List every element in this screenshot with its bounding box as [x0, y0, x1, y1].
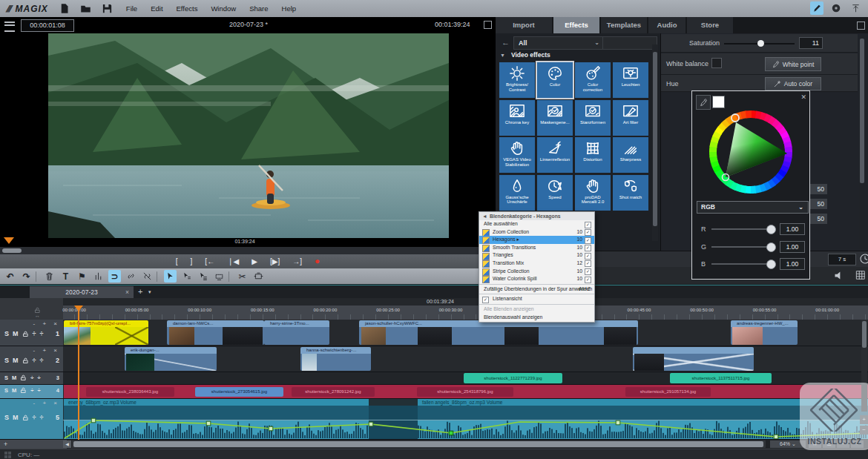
transition-b-icon[interactable]: ÷ — [39, 414, 43, 421]
clock-icon[interactable] — [859, 253, 868, 265]
track-buttons[interactable]: SM÷÷ — [4, 357, 43, 364]
duration-field[interactable]: 7 s — [828, 254, 856, 265]
back-caret-icon[interactable]: ◄ — [482, 212, 487, 220]
transition-a-icon[interactable]: ÷ — [33, 414, 36, 421]
effect-tile-sharpness[interactable]: Sharpness — [613, 137, 648, 173]
lock-icon[interactable] — [20, 374, 27, 381]
menu-edit[interactable]: Edit — [151, 4, 162, 13]
solo-button[interactable]: S — [4, 374, 8, 381]
close-tab-icon[interactable]: × — [125, 286, 129, 299]
menu-item-triangles[interactable]: Triangles10✓ — [479, 251, 594, 260]
effect-tile-linsenreflexion[interactable]: Linsenreflexion — [537, 137, 573, 173]
razor-icon[interactable]: ✂ — [236, 270, 249, 283]
transition-a-icon[interactable]: ÷ — [33, 357, 36, 364]
video-effects-section-header[interactable]: ▼Video effects — [500, 51, 550, 59]
lock-icon[interactable] — [22, 331, 29, 337]
magnet-icon[interactable]: ⊃ — [108, 270, 121, 283]
checkbox-icon[interactable]: ✓ — [585, 260, 591, 267]
scrub-thumb[interactable] — [2, 248, 22, 253]
menu-item-show-all[interactable]: Alle Blenden anzeigen — [479, 306, 594, 314]
current-timecode[interactable]: 00:00:01:08 — [21, 19, 74, 32]
text-icon[interactable]: T — [59, 270, 72, 283]
track-2-content[interactable]: erik-dungan-...hanna-schwichtenberg-... — [63, 346, 868, 372]
undock-pool-icon[interactable] — [857, 22, 865, 30]
mute-button[interactable]: M — [12, 374, 16, 381]
effect-tile-stanzformen[interactable]: Stanzformen — [575, 100, 611, 136]
record-button[interactable]: ● — [315, 254, 320, 268]
lock-icon[interactable] — [22, 415, 29, 421]
track-mini-controls[interactable]: - + × — [33, 400, 60, 406]
track-1-content[interactable]: bill-fairs-757m0zp)(QxI-unspl...damon-la… — [63, 320, 868, 346]
video-preview[interactable] — [48, 33, 449, 238]
transition-b-icon[interactable]: ÷ — [39, 357, 43, 364]
track-4-header[interactable]: SM÷÷4 — [0, 385, 63, 399]
channel-slider[interactable] — [711, 263, 772, 265]
effect-tile-speed[interactable]: Speed — [537, 175, 573, 211]
clip-shutterstock-278091242-jpg[interactable]: shutterstock_278091242.jpg — [292, 387, 375, 397]
solo-button[interactable]: S — [4, 414, 9, 421]
transition-a-icon[interactable]: ÷ — [33, 330, 36, 337]
clip-shutterstock-1137511715-jpg[interactable]: shutterstock_1137511715.jpg — [670, 373, 772, 383]
clip-hanna-schwichtenberg-[interactable]: hanna-schwichtenberg-... — [300, 347, 371, 371]
channel-value[interactable]: 1.00 — [780, 223, 805, 235]
track-buttons[interactable]: SM÷÷ — [4, 387, 41, 394]
effect-tile-color[interactable]: Color — [537, 62, 573, 98]
menu-item-list-view[interactable]: ✓ Listenansicht — [479, 295, 594, 303]
audio-crossfade[interactable] — [369, 406, 418, 439]
menu-item-hexagons-[interactable]: Hexagons ▸10✓ — [479, 236, 594, 244]
solo-button[interactable]: S — [4, 330, 9, 337]
channel-knob[interactable] — [766, 242, 776, 252]
menu-share[interactable]: Share — [249, 4, 268, 13]
channel-dropdown[interactable]: RGB ⌄ — [697, 201, 809, 214]
menu-item-zoom-collection[interactable]: Zoom Collection10✓ — [479, 228, 594, 237]
playhead-line[interactable] — [78, 306, 79, 440]
white-point-button[interactable]: White point — [765, 57, 821, 71]
redo-icon[interactable]: ↷ — [20, 270, 33, 283]
menu-window[interactable]: Window — [211, 4, 236, 13]
clip-jason-schuller-hcxywwfc-[interactable]: jason-schuller-hCxyWWFC... — [359, 320, 638, 345]
transition-b-icon[interactable]: ÷ — [37, 374, 40, 381]
clip-erik-dungan-[interactable]: erik-dungan-... — [125, 347, 217, 371]
checkbox-icon[interactable]: ✓ — [585, 222, 591, 228]
marker-flag-icon[interactable]: ⚑ — [76, 270, 88, 283]
transition-a-icon[interactable]: ÷ — [30, 374, 33, 381]
channel-knob[interactable] — [766, 260, 776, 269]
track-4-content[interactable]: shutterstock_238036443.jpgshutterstock_2… — [63, 385, 868, 399]
white-balance-swatch[interactable] — [711, 58, 722, 68]
tab-store[interactable]: Store — [687, 17, 733, 33]
track-mini-controls[interactable]: - + × — [33, 347, 60, 354]
mute-button[interactable]: M — [13, 330, 19, 337]
clip-andreas-tregenner-hw-[interactable]: andreas-tregenner-HW_... — [731, 320, 798, 345]
timeline-ruler[interactable]: 00:00:00:0000:00:05:0000:00:10:0000:00:1… — [63, 306, 868, 320]
audio-clip[interactable]: energy_68bpm_oz.mp3 Volume — [64, 399, 369, 439]
menu-file[interactable]: File — [126, 4, 137, 13]
playhead-handle[interactable] — [74, 306, 83, 311]
effects-search-input[interactable] — [602, 36, 657, 50]
effect-tile-shot-match[interactable]: Shot match — [613, 175, 648, 211]
clip-bill-fairs-757m0zp-qxi-unspl-[interactable]: bill-fairs-757m0zp)(QxI-unspl... — [64, 320, 148, 345]
clip-shutterstock-291057134-jpg[interactable]: shutterstock_291057134.jpg — [625, 387, 711, 397]
effects-scrollbar[interactable] — [652, 44, 658, 241]
effect-tile-art-filter[interactable]: Art filter — [613, 100, 648, 136]
channel-value[interactable]: 1.00 — [780, 241, 805, 253]
effect-tile-leuchten[interactable]: Leuchten — [613, 62, 648, 98]
clip-shutterstock-238036443-jpg[interactable]: shutterstock_238036443.jpg — [86, 387, 174, 397]
menu-effects[interactable]: Effects — [177, 4, 198, 13]
auto-color-button[interactable]: Auto color — [765, 77, 821, 90]
burn-disc-icon[interactable] — [829, 1, 843, 15]
track-buttons[interactable]: SM÷÷ — [4, 330, 43, 337]
preview-scrub-marker[interactable] — [4, 237, 14, 244]
undo-icon[interactable]: ↶ — [4, 270, 16, 283]
tab-templates[interactable]: Templates — [601, 17, 647, 33]
effect-tile-gauss-sche[interactable]: Gauss'scheUnschärfe — [499, 175, 535, 211]
project-tab[interactable]: 2020-07-23 × — [30, 286, 134, 299]
track-buttons[interactable]: SM÷÷ — [4, 414, 43, 421]
preview-scrubbar[interactable] — [0, 247, 496, 254]
tab-list-caret-icon[interactable]: ▾ — [148, 289, 151, 295]
clip-damon-lam-nwcs-[interactable]: damon-lam-NWCs... — [167, 320, 264, 345]
lock-icon[interactable] — [22, 357, 29, 364]
select-all-tracks-icon[interactable] — [197, 270, 209, 283]
mute-button[interactable]: M — [13, 357, 19, 364]
fit-view-icon[interactable] — [252, 270, 265, 283]
transport-button-3[interactable]: ❘◀ — [227, 254, 239, 268]
